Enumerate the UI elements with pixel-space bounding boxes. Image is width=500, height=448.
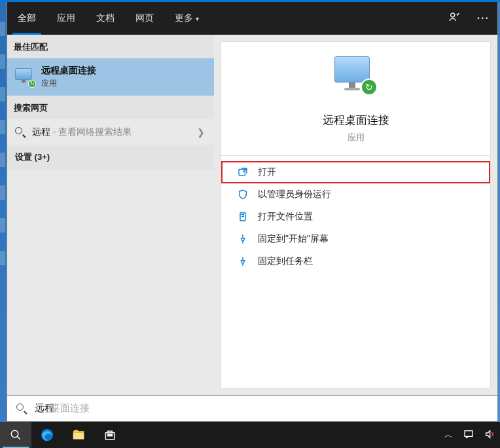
action-pin-taskbar[interactable]: 固定到任务栏: [221, 250, 490, 272]
tray-action-center-icon[interactable]: [461, 426, 476, 444]
search-icon: [15, 127, 26, 138]
tab-more-label: 更多: [175, 12, 193, 24]
tab-apps[interactable]: 应用: [46, 2, 86, 35]
feedback-icon[interactable]: [444, 7, 464, 29]
action-run-admin[interactable]: 以管理员身份运行: [221, 183, 490, 206]
svg-rect-6: [108, 434, 110, 436]
preview-pane: ↻ 远程桌面连接 应用 打开 以管理员身份运行: [221, 41, 491, 388]
tray-chevron-up-icon[interactable]: ︿: [442, 426, 455, 443]
action-open[interactable]: 打开: [221, 161, 490, 183]
action-open-label: 打开: [258, 166, 276, 178]
preview-title: 远程桌面连接: [323, 113, 389, 128]
action-pin-start[interactable]: 固定到"开始"屏幕: [221, 228, 490, 250]
best-match-title: 远程桌面连接: [41, 65, 96, 77]
taskbar-store-icon[interactable]: [94, 422, 126, 448]
tab-more[interactable]: 更多 ▾: [164, 2, 209, 35]
taskbar-search-button[interactable]: [0, 422, 31, 448]
pin-taskbar-icon: [237, 255, 249, 267]
taskbar: ︿: [0, 422, 500, 448]
system-tray: ︿: [442, 422, 497, 448]
search-icon: [16, 403, 27, 414]
section-settings[interactable]: 设置 (3+): [7, 145, 214, 170]
web-search-term: 远程: [32, 126, 50, 137]
pin-start-icon: [237, 233, 249, 245]
search-results-panel: 全部 应用 文档 网页 更多 ▾ ··· 最佳匹配 ↻ 远程桌面连接: [7, 2, 498, 396]
open-icon: [237, 166, 249, 178]
action-run-admin-label: 以管理员身份运行: [258, 189, 331, 200]
web-search-desc: - 查看网络搜索结果: [50, 126, 132, 137]
search-bar: 桌面连接: [7, 396, 498, 422]
more-options-icon[interactable]: ···: [473, 9, 493, 28]
tray-volume-icon[interactable]: [482, 426, 497, 444]
svg-point-0: [450, 13, 454, 17]
best-match-result[interactable]: ↻ 远程桌面连接 应用: [7, 58, 214, 96]
search-input[interactable]: [35, 403, 488, 414]
svg-point-3: [11, 430, 18, 438]
taskbar-edge-icon[interactable]: [31, 422, 63, 448]
action-list: 打开 以管理员身份运行 打开文件位置: [221, 156, 490, 278]
remote-desktop-icon: ↻: [15, 68, 35, 86]
web-search-result[interactable]: 远程 - 查看网络搜索结果 ❯: [7, 119, 214, 145]
svg-rect-8: [465, 430, 473, 436]
preview-subtitle: 应用: [348, 132, 365, 143]
panel-body: 最佳匹配 ↻ 远程桌面连接 应用 搜索网页 远程 - 查看网络搜索结果 ❯: [7, 35, 497, 395]
tab-web[interactable]: 网页: [125, 2, 164, 35]
action-pin-start-label: 固定到"开始"屏幕: [258, 233, 329, 245]
best-match-subtitle: 应用: [41, 78, 96, 89]
remote-desktop-icon-large: ↻: [334, 56, 378, 96]
svg-rect-7: [111, 434, 113, 436]
chevron-right-icon: ❯: [197, 127, 205, 138]
folder-icon: [237, 211, 249, 223]
taskbar-explorer-icon[interactable]: [63, 422, 94, 448]
preview-header: ↻ 远程桌面连接 应用: [221, 42, 490, 156]
desktop-icon-strip: [0, 2, 7, 422]
section-search-web: 搜索网页: [7, 96, 214, 119]
results-left-pane: 最佳匹配 ↻ 远程桌面连接 应用 搜索网页 远程 - 查看网络搜索结果 ❯: [7, 35, 214, 395]
action-pin-taskbar-label: 固定到任务栏: [258, 255, 313, 267]
svg-rect-5: [73, 433, 84, 439]
tab-documents[interactable]: 文档: [86, 2, 125, 35]
search-tab-bar: 全部 应用 文档 网页 更多 ▾ ···: [7, 2, 497, 35]
shield-icon: [237, 189, 249, 200]
tab-all[interactable]: 全部: [7, 2, 46, 35]
action-open-location-label: 打开文件位置: [258, 211, 313, 223]
chevron-down-icon: ▾: [196, 15, 199, 22]
svg-rect-1: [239, 169, 245, 175]
action-open-location[interactable]: 打开文件位置: [221, 206, 490, 228]
best-match-text: 远程桌面连接 应用: [41, 65, 96, 89]
section-best-match: 最佳匹配: [7, 35, 214, 58]
